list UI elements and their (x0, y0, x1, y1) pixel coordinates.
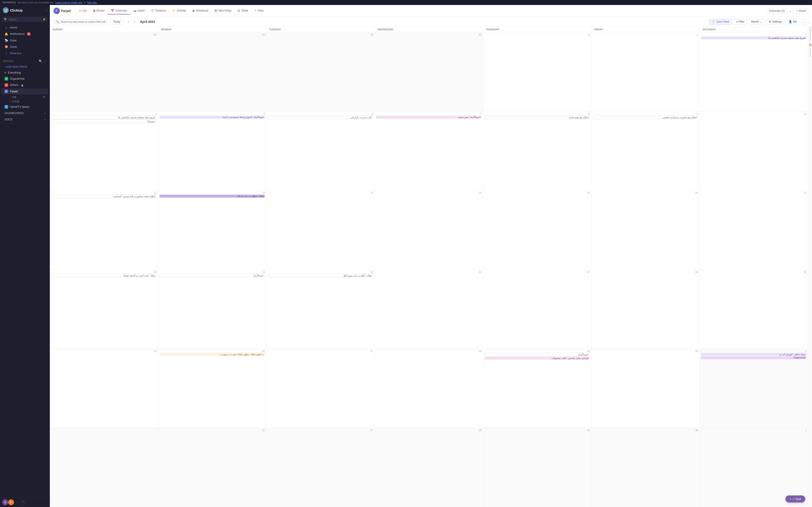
cell-apr17: 17 (700, 190, 808, 270)
today-button[interactable]: Today (110, 19, 123, 24)
pulse-icon: 📡 (5, 39, 8, 42)
task-chip[interactable]: مقاله : منتظر در برابر ادراک (159, 194, 265, 198)
sidebar-item-home-label: Home (10, 26, 17, 29)
task-chip[interactable]: اصلاح پیج بهینه سازی (485, 116, 590, 119)
prev-month-button[interactable]: ‹ (125, 19, 132, 25)
footer-avatar-v[interactable]: V (2, 499, 8, 505)
task-chip[interactable]: اینستاگرام : ۵ موج روابط با مشتری در آین… (159, 116, 265, 119)
task-chip[interactable]: اینستاگرام : حس ششم (376, 116, 481, 119)
tab-mindmap[interactable]: 🕸 Mind Map (211, 7, 235, 14)
me-label: Me (793, 20, 797, 23)
save-view-button[interactable]: 🕐 Save View (709, 19, 731, 25)
task-chip[interactable]: OrganicHub (701, 356, 807, 359)
month-dropdown-icon: ⌄ (760, 20, 762, 23)
sidebar-item-hitech[interactable]: H HiTech 🔒 (1, 82, 48, 88)
task-chip[interactable]: شروع تولید محتوای معرفی اپلیکیشن ها (51, 116, 157, 119)
date-apr28: 28 (376, 350, 481, 352)
dashboards-section[interactable]: DASHBOARDS › (1, 110, 48, 116)
me-button[interactable]: 👤 Me (786, 19, 799, 24)
cell-apr1: 1 (483, 33, 591, 111)
share-button[interactable]: ↗ Share (793, 8, 808, 14)
sidebar-search-input[interactable] (9, 18, 41, 21)
sidebar-item-show-less[interactable]: ↑ Show less (1, 50, 48, 56)
farjad-dot: F (5, 90, 8, 93)
cell-may1: 1 وبینار داخلی : آموزش ای تی OrganicHub (700, 349, 808, 428)
sidebar-item-home[interactable]: ⌂ Home (1, 24, 48, 31)
filter-button[interactable]: ≡ Filter (733, 19, 747, 24)
logo-area[interactable]: U ClickUp (3, 7, 23, 13)
task-chip[interactable]: اصلاح پیج مشاوره برندسازی شخصی (593, 116, 698, 119)
sidebar-item-farjad[interactable]: F Farjad (1, 89, 48, 94)
sidebar-item-v001[interactable]: ○ V 0.01 (1, 99, 48, 104)
date-apr10: 10 (701, 112, 807, 115)
tab-calendar[interactable]: 📅 Calendar (108, 7, 131, 14)
cell-apr7: 7 اینستاگرام : حس ششم (375, 112, 483, 190)
tab-list-label: List (82, 9, 87, 12)
calendar-search-input[interactable] (61, 20, 105, 23)
organichub-dot: O (5, 77, 8, 80)
task-chip[interactable]: طراحی سایت شخصی : قالب محصولات (485, 357, 590, 360)
tab-timeline[interactable]: ⏱ Timeline (148, 7, 169, 14)
cell-may26: 26 (158, 428, 266, 507)
tab-workload[interactable]: ◉ Workload (189, 7, 211, 14)
sidebar-item-everything[interactable]: ≡ Everything (1, 70, 48, 75)
add-task-button[interactable]: + + Task (785, 496, 805, 502)
sidebar-item-list[interactable]: ○ List 30 (1, 95, 48, 99)
calendar-nav-arrows: ‹ › (125, 19, 138, 25)
task-chip[interactable]: کتاب مدیریت بازاریابی (268, 116, 373, 119)
sidebar-footer: V F ··· ? (0, 497, 50, 507)
next-month-button[interactable]: › (132, 19, 138, 25)
sidebar-item-goals[interactable]: 🎯 Goals (1, 44, 48, 50)
mindmap-tab-icon: 🕸 (214, 9, 217, 12)
sidebar-search-container: 🔍 ⚡ (2, 17, 48, 22)
help-button[interactable]: ? (21, 500, 26, 505)
learn-link[interactable]: Learn how to create one (55, 1, 82, 4)
hitech-lock-icon: 🔒 (21, 84, 23, 87)
month-label: April 2021 (140, 20, 155, 23)
tab-list[interactable]: ≡ List (76, 7, 90, 14)
spaces-search-icon[interactable]: 🔍 (39, 60, 43, 63)
task-chip[interactable]: مقاله : آینده کسب و کارهای کوچک (51, 274, 157, 277)
list-label: List (12, 96, 16, 98)
docs-section[interactable]: DOCS › (1, 117, 48, 122)
top-bar-dropdown-icon[interactable]: ⌄ (789, 9, 792, 12)
more-options-button[interactable]: ··· (801, 19, 808, 24)
tab-board[interactable]: ▦ Board (90, 7, 108, 14)
task-chip[interactable]: اصلاح صفحه مشاوره برنامه نویسی اختصاصی (51, 194, 157, 198)
calendar-body: 28 29 30 31 1 2 (50, 33, 812, 507)
settings-button[interactable]: ⚙ Settings (766, 19, 784, 24)
task-chip[interactable]: اینستاگرام (485, 353, 590, 356)
date-apr14: 14 (376, 191, 481, 194)
sidebar-item-vaniai[interactable]: V VaniaIT's Space (1, 104, 48, 110)
workload-tab-icon: ◉ (192, 9, 195, 12)
unscheduled-label: Unscheduled (809, 27, 811, 44)
sidebar-item-organichub[interactable]: O OrganicHub (1, 76, 48, 82)
task-chip[interactable]: پروپوزال (51, 119, 157, 123)
task-chip[interactable]: اینستاگرام (159, 274, 265, 277)
add-space-button[interactable]: + ADD NEW SPACE (1, 64, 48, 69)
cell-apr5: 5 اینستاگرام : ۵ موج روابط با مشتری در آ… (158, 112, 266, 190)
task-chip[interactable]: به کلیوم مقاله : چطور مقالات خود را به ص… (159, 353, 265, 356)
main-content: F Farjad ≡ List ▦ Board 📅 Calendar ▬ (50, 5, 812, 507)
hide-link[interactable]: hide this. (87, 1, 97, 4)
top-bar: F Farjad ≡ List ▦ Board 📅 Calendar ▬ (50, 5, 812, 17)
cell-mar29: 29 (158, 33, 266, 111)
sidebar-collapse-button[interactable]: ‹ (46, 8, 47, 12)
tab-table[interactable]: ⊞ Table (235, 7, 251, 14)
spaces-section-actions: 🔍 ⌄ (39, 60, 47, 63)
sidebar-item-notifications[interactable]: 🔔 Notifications 11 (1, 31, 48, 37)
footer-avatar-f[interactable]: F (8, 499, 14, 505)
task-chip[interactable]: مقاله : ایگو در برابر سوپرایگو (268, 274, 373, 277)
cell-apr9: 9 اصلاح پیج مشاوره برندسازی شخصی (591, 112, 700, 190)
date-apr11: 11 (51, 191, 157, 194)
tab-gantt[interactable]: ▬ Gantt (131, 7, 148, 14)
task-chip[interactable]: شروع تولید محتوای معرفی اپلیکیشن ها (701, 37, 807, 39)
tab-gantt-label: Gantt (138, 9, 145, 12)
tab-plus-view[interactable]: + View (251, 7, 267, 14)
month-dropdown-button[interactable]: Month ⌄ (749, 19, 764, 24)
automate-button[interactable]: Automate (0) (766, 8, 787, 14)
spaces-expand-icon[interactable]: ⌄ (44, 60, 47, 63)
task-chip[interactable]: وبینار داخلی : آموزش ای تی (701, 353, 807, 356)
sidebar-item-pulse[interactable]: 📡 Pulse (1, 37, 48, 44)
tab-activity[interactable]: ⚡ Activity (169, 7, 189, 14)
